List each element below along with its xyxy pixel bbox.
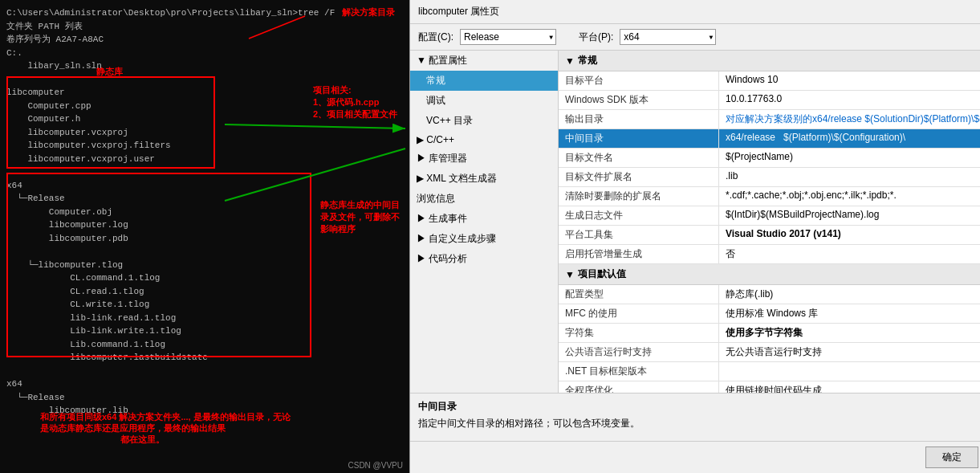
tree-panel: ▼ 配置属性 常规 调试 VC++ 目录 ▶ C/C++ ▶ 库管理器 ▶ XM… [410, 51, 559, 393]
annotation-output-note2: 是动态库静态库还是应用程序，最终的输出结果 [40, 422, 226, 434]
prop-value[interactable]: 使用链接时间代码生成 [719, 381, 980, 393]
tree-item-label: ▶ 库管理器 [417, 152, 467, 165]
description-panel: 中间目录 指定中间文件目录的相对路径；可以包含环境变量。 [410, 393, 980, 441]
libcomputer-box [6, 76, 215, 169]
prop-row-intermediate-dir: 中间目录 x64/release $(Platform)\$(Configura… [559, 129, 980, 149]
tree-item-browse[interactable]: 浏览信息 [410, 189, 558, 209]
prop-name: 公共语言运行时支持 [559, 343, 719, 361]
tree-item-lib-manager[interactable]: ▶ 库管理器 [410, 149, 558, 169]
dialog-body: ▼ 配置属性 常规 调试 VC++ 目录 ▶ C/C++ ▶ 库管理器 ▶ XM… [410, 51, 980, 393]
tree-item-label: VC++ 目录 [426, 114, 473, 128]
platform-label: 平台(P): [579, 31, 613, 44]
config-select[interactable]: Release [460, 29, 556, 45]
terminal-panel: C:\Users\Administrator\Desktop\pro\Proje… [0, 0, 409, 473]
section-title: 常规 [578, 54, 597, 67]
prop-row-config-type: 配置类型 静态库(.lib) [559, 285, 980, 304]
prop-row-target-platform: 目标平台 Windows 10 [559, 71, 980, 91]
prop-row-mfc: MFC 的使用 使用标准 Windows 库 [559, 304, 980, 324]
prop-value[interactable]: .lib [719, 168, 980, 186]
prop-name: 目标文件扩展名 [559, 168, 719, 186]
prop-value[interactable]: Windows 10 [719, 71, 980, 90]
dialog-buttons: 确定 取消 [410, 441, 980, 473]
prop-row-clr: 公共语言运行时支持 无公共语言运行时支持 [559, 343, 980, 362]
prop-value[interactable] [719, 362, 980, 381]
prop-row-clean-ext: 清除时要删除的扩展名 *.cdf;*.cache;*.obj;*.obj.enc… [559, 187, 980, 206]
annotation-output-note3: 都在这里。 [120, 434, 165, 446]
prop-name: 启用托管增量生成 [559, 245, 719, 263]
annotation-solution-dir: 解决方案目录 [342, 6, 395, 18]
prop-value[interactable]: 使用多字节字符集 [719, 324, 980, 342]
tree-item-label: 常规 [426, 74, 445, 88]
config-row: 配置(C): Release 平台(P): x64 [410, 24, 980, 51]
prop-row-target-ext: 目标文件扩展名 .lib [559, 168, 980, 187]
prop-row-managed-build: 启用托管增量生成 否 [559, 245, 980, 264]
tree-item-code-analysis[interactable]: ▶ 代码分析 [410, 249, 558, 269]
prop-name: 配置类型 [559, 285, 719, 304]
tree-item-cpp[interactable]: ▶ C/C++ [410, 131, 558, 149]
section-collapse-icon: ▼ [565, 55, 575, 67]
prop-value[interactable]: 对应解决方案级别的x64/release $(SolutionDir)$(Pla… [719, 110, 980, 128]
properties-dialog: libcomputer 属性页 配置(C): Release 平台(P): x6… [409, 0, 980, 473]
dialog-title: libcomputer 属性页 [410, 0, 980, 24]
watermark: CSDN @VVPU [348, 461, 404, 470]
tree-item-vc-dirs[interactable]: VC++ 目录 [410, 111, 558, 131]
prop-name: 目标平台 [559, 71, 719, 90]
prop-row-wpo: 全程序优化 使用链接时间代码生成 [559, 381, 980, 393]
tree-item-label: ▶ C/C++ [417, 134, 454, 145]
annotation-intermediate: 静态库生成的中间目录及文件，可删除不影响程序 [320, 199, 400, 235]
tree-item-label: ▼ 配置属性 [417, 54, 467, 67]
description-title: 中间目录 [418, 400, 980, 414]
tree-item-general[interactable]: 常规 [410, 71, 558, 91]
prop-name: 目标文件名 [559, 149, 719, 167]
prop-value[interactable]: Visual Studio 2017 (v141) [719, 226, 980, 244]
prop-row-target-name: 目标文件名 $(ProjectName) [559, 149, 980, 168]
ok-button[interactable]: 确定 [925, 446, 978, 468]
annotation-project: 项目相关:1、源代码.h.cpp2、项目相关配置文件 [313, 84, 397, 120]
prop-value[interactable]: 无公共语言运行时支持 [719, 343, 980, 361]
prop-value[interactable]: 静态库(.lib) [719, 285, 980, 304]
prop-row-platform-tools: 平台工具集 Visual Studio 2017 (v141) [559, 226, 980, 245]
annotation-output-dir: 和所有项目同级x64 解决方案文件夹..., 是最终的输出目录，无论 [40, 411, 291, 423]
tree-item-xml-doc[interactable]: ▶ XML 文档生成器 [410, 169, 558, 189]
prop-name: 全程序优化 [559, 381, 719, 393]
section-header-defaults: ▼ 项目默认值 [559, 264, 980, 285]
prop-name: 字符集 [559, 324, 719, 342]
config-label: 配置(C): [418, 31, 453, 44]
prop-row-output-dir: 输出目录 对应解决方案级别的x64/release $(SolutionDir)… [559, 110, 980, 129]
prop-value[interactable]: x64/release $(Platform)\$(Configuration)… [719, 129, 980, 148]
prop-value[interactable]: $(IntDir)$(MSBuildProjectName).log [719, 206, 980, 225]
config-select-wrapper[interactable]: Release [460, 29, 556, 45]
prop-row-charset: 字符集 使用多字节字符集 [559, 324, 980, 343]
tree-item-label: ▶ XML 文档生成器 [417, 172, 497, 186]
prop-name: 中间目录 [559, 129, 719, 148]
prop-name: MFC 的使用 [559, 304, 719, 323]
section-header-general: ▼ 常规 [559, 51, 980, 71]
tree-item-label: 浏览信息 [417, 192, 455, 206]
prop-value[interactable]: 10.0.17763.0 [719, 91, 980, 109]
tree-item-label: ▶ 代码分析 [417, 252, 467, 266]
tree-item-custom-build[interactable]: ▶ 自定义生成步骤 [410, 229, 558, 249]
props-panel: ▼ 常规 目标平台 Windows 10 Windows SDK 版本 10.0… [559, 51, 980, 393]
section-title: 项目默认值 [578, 267, 626, 281]
prop-value[interactable]: 使用标准 Windows 库 [719, 304, 980, 323]
tree-item-label: ▶ 自定义生成步骤 [417, 232, 496, 246]
prop-name: .NET 目标框架版本 [559, 362, 719, 381]
tree-item-build-events[interactable]: ▶ 生成事件 [410, 209, 558, 229]
prop-row-sdk-version: Windows SDK 版本 10.0.17763.0 [559, 91, 980, 110]
platform-select-wrapper[interactable]: x64 [620, 29, 716, 45]
prop-row-dotnet: .NET 目标框架版本 [559, 362, 980, 381]
prop-row-build-log: 生成日志文件 $(IntDir)$(MSBuildProjectName).lo… [559, 206, 980, 226]
prop-value[interactable]: 否 [719, 245, 980, 263]
description-text: 指定中间文件目录的相对路径；可以包含环境变量。 [418, 417, 980, 430]
tree-item-label: ▶ 生成事件 [417, 212, 467, 226]
section-collapse-icon: ▼ [565, 269, 575, 280]
prop-value[interactable]: *.cdf;*.cache;*.obj;*.obj.enc;*.ilk;*.ip… [719, 187, 980, 206]
prop-name: 输出目录 [559, 110, 719, 128]
intermediate-box [6, 173, 311, 357]
prop-value[interactable]: $(ProjectName) [719, 149, 980, 167]
prop-name: 平台工具集 [559, 226, 719, 244]
tree-item-debug[interactable]: 调试 [410, 91, 558, 111]
tree-item-config-props[interactable]: ▼ 配置属性 [410, 51, 558, 71]
prop-name: Windows SDK 版本 [559, 91, 719, 109]
platform-select[interactable]: x64 [620, 29, 716, 45]
